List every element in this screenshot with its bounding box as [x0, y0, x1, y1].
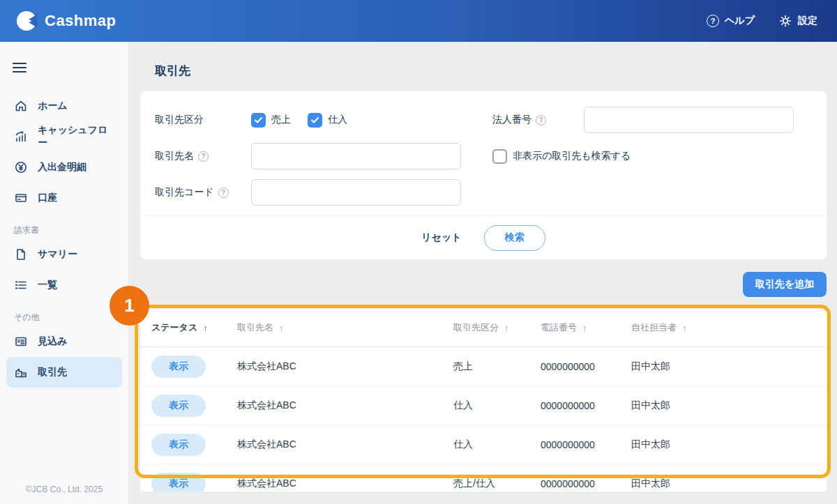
document-icon	[14, 247, 28, 261]
checkbox-unchecked-icon	[492, 149, 507, 164]
sidebar-item-label: 取引先	[38, 366, 67, 379]
gear-icon	[778, 14, 792, 28]
status-badge: 表示	[151, 434, 206, 456]
checkbox-include-hidden[interactable]: 非表示の取引先も検索する	[492, 149, 631, 164]
cell-partner-name: 株式会社ABC	[237, 399, 453, 412]
sort-arrow-icon: ↑	[504, 323, 509, 333]
partners-table-wrap: 1 ステータス↑ 取引先名↑ 取引先区分↑ 電話番号↑	[140, 309, 827, 491]
page-title: 取引先	[155, 63, 827, 79]
sidebar-item-list[interactable]: 一覧	[6, 270, 122, 300]
sidebar-item-cashflow[interactable]: キャッシュフロー	[6, 121, 122, 152]
partner-code-input[interactable]	[251, 179, 461, 206]
sidebar-item-label: 入出金明細	[38, 161, 86, 174]
table-row[interactable]: 表示 株式会社ABC 売上 0000000000 田中太郎	[140, 347, 827, 386]
question-icon[interactable]: ?	[218, 188, 229, 198]
sidebar-section-invoices: 請求書	[14, 224, 128, 236]
help-button[interactable]: ? ヘルプ	[707, 15, 755, 27]
partners-table: ステータス↑ 取引先名↑ 取引先区分↑ 電話番号↑ 自社担当者↑	[140, 309, 827, 491]
checkbox-purchase-label: 仕入	[328, 114, 347, 126]
status-badge: 表示	[151, 395, 206, 417]
hamburger-menu-icon[interactable]	[13, 63, 27, 72]
cashflow-icon	[14, 130, 28, 144]
main-content: 取引先 取引先区分 売上	[129, 42, 837, 504]
partner-name-input[interactable]	[251, 143, 461, 169]
building-icon	[14, 365, 28, 379]
sidebar-item-transactions[interactable]: 入出金明細	[6, 152, 122, 183]
checkbox-sales-label: 売上	[271, 114, 291, 126]
sidebar-section-other: その他	[14, 312, 128, 323]
table-header-row: ステータス↑ 取引先名↑ 取引先区分↑ 電話番号↑ 自社担当者↑	[140, 309, 827, 347]
column-header-phone[interactable]: 電話番号↑	[541, 321, 631, 334]
table-row[interactable]: 表示 株式会社ABC 仕入 0000000000 田中太郎	[140, 425, 827, 464]
search-button[interactable]: 検索	[484, 225, 545, 251]
status-badge: 表示	[151, 473, 206, 492]
copyright-text: ©JCB Co., Ltd. 2025	[0, 484, 128, 494]
sort-arrow-icon: ↑	[279, 323, 284, 333]
cell-category: 仕入	[453, 438, 541, 451]
checkbox-checked-icon	[251, 113, 266, 128]
help-label: ヘルプ	[725, 15, 755, 27]
brand-logo: Cashmap	[15, 10, 116, 32]
checkbox-sales[interactable]: 売上	[251, 113, 291, 128]
settings-button[interactable]: 設定	[778, 14, 817, 28]
column-header-name[interactable]: 取引先名↑	[237, 321, 453, 334]
sidebar-item-label: 見込み	[38, 335, 67, 348]
settings-label: 設定	[798, 15, 817, 27]
sidebar-item-summary[interactable]: サマリー	[6, 239, 122, 270]
app-header: Cashmap ? ヘルプ 設定	[0, 0, 837, 42]
filter-panel: 取引先区分 売上	[140, 91, 827, 259]
sidebar-item-label: サマリー	[38, 248, 77, 261]
sidebar-item-forecast[interactable]: 見込み	[6, 326, 122, 357]
corp-number-input[interactable]	[584, 107, 794, 133]
cell-category: 売上	[453, 360, 541, 373]
question-icon[interactable]: ?	[536, 115, 546, 125]
account-icon	[14, 191, 28, 205]
cell-category: 仕入	[453, 399, 541, 412]
filter-corp-number-label: 法人番号 ?	[492, 114, 584, 126]
cashmap-logo-icon	[15, 10, 38, 32]
include-hidden-label: 非表示の取引先も検索する	[513, 150, 631, 162]
table-row[interactable]: 表示 株式会社ABC 売上/仕入 0000000000 田中太郎	[140, 464, 827, 491]
sidebar-item-account[interactable]: 口座	[6, 183, 122, 213]
question-icon[interactable]: ?	[198, 151, 209, 162]
column-header-category[interactable]: 取引先区分↑	[453, 321, 541, 334]
sort-arrow-icon: ↑	[203, 323, 208, 333]
sort-arrow-icon: ↑	[582, 323, 587, 333]
cell-partner-name: 株式会社ABC	[237, 438, 453, 451]
filter-name-label: 取引先名 ?	[155, 150, 251, 162]
home-icon	[14, 99, 28, 113]
cell-contact: 田中太郎	[631, 360, 815, 373]
cell-contact: 田中太郎	[631, 438, 815, 451]
add-partner-button[interactable]: 取引先を追加	[743, 272, 827, 297]
cell-category: 売上/仕入	[453, 478, 541, 490]
filter-code-label: 取引先コード ?	[155, 186, 251, 199]
cell-phone: 0000000000	[541, 400, 631, 411]
cell-partner-name: 株式会社ABC	[237, 478, 453, 490]
sidebar-item-label: ホーム	[38, 100, 68, 112]
checkbox-checked-icon	[308, 113, 322, 128]
cell-phone: 0000000000	[541, 478, 631, 489]
cell-partner-name: 株式会社ABC	[237, 360, 453, 373]
help-icon: ?	[707, 15, 719, 27]
cell-phone: 0000000000	[541, 361, 631, 372]
sidebar-item-label: 口座	[38, 192, 57, 204]
column-header-status[interactable]: ステータス↑	[151, 321, 237, 334]
reset-button[interactable]: リセット	[421, 231, 461, 244]
cell-contact: 田中太郎	[631, 478, 815, 490]
sidebar-item-label: キャッシュフロー	[38, 124, 114, 149]
sidebar-item-partners[interactable]: 取引先	[6, 357, 122, 388]
cell-phone: 0000000000	[541, 439, 631, 450]
status-badge: 表示	[151, 356, 206, 378]
table-row[interactable]: 表示 株式会社ABC 仕入 0000000000 田中太郎	[140, 386, 827, 425]
sidebar: ホーム キャッシュフロー 入出金明細 口座 請求書 サマリー	[0, 42, 129, 504]
list-icon	[14, 278, 28, 292]
yen-circle-icon	[14, 160, 28, 174]
column-header-contact[interactable]: 自社担当者↑	[631, 321, 815, 334]
forecast-icon	[14, 335, 28, 349]
filter-category-label: 取引先区分	[155, 114, 251, 126]
checkbox-purchase[interactable]: 仕入	[308, 113, 347, 128]
sort-arrow-icon: ↑	[682, 323, 687, 333]
cell-contact: 田中太郎	[631, 399, 815, 412]
sidebar-item-home[interactable]: ホーム	[6, 91, 122, 121]
sidebar-item-label: 一覧	[38, 279, 57, 291]
